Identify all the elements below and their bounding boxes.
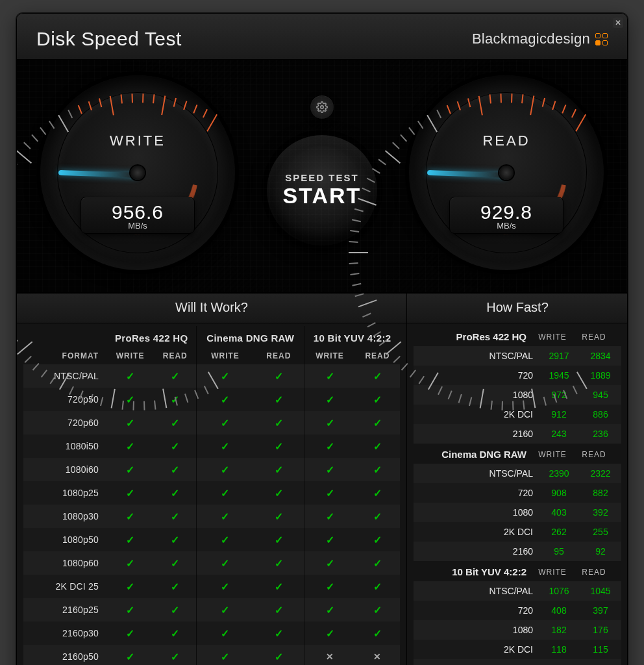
check-icon: ✓ [221, 581, 229, 592]
read-fps: 2322 [580, 464, 621, 483]
check-icon: ✓ [221, 441, 229, 452]
read-gauge: READ 929.8 MB/s [405, 71, 608, 274]
check-icon: ✓ [373, 605, 382, 616]
check-icon: ✓ [326, 441, 334, 452]
read-fps: 236 [580, 424, 621, 444]
start-label-line2: START [283, 183, 362, 208]
read-value: 929.8 [456, 201, 556, 223]
write-fps: 182 [538, 620, 580, 640]
check-icon: ✓ [373, 441, 382, 452]
resolution-cell: 2K DCI [414, 405, 538, 424]
check-icon: ✓ [326, 371, 334, 382]
how-fast-row: NTSC/PAL29172834 [414, 346, 621, 366]
format-cell: 720p50 [23, 388, 106, 411]
check-icon: ✓ [326, 488, 334, 499]
will-it-work-panel: Will It Work? ProRes 422 HQ Cinema DNG R… [17, 294, 406, 665]
check-icon: ✓ [275, 464, 283, 475]
check-icon: ✓ [126, 488, 134, 499]
check-icon: ✓ [126, 418, 134, 429]
table-row: 2K DCI 25✓✓✓✓✓✓ [23, 575, 400, 598]
check-icon: ✓ [221, 605, 229, 616]
page-title: Disk Speed Test [36, 28, 182, 50]
check-icon: ✓ [373, 371, 382, 382]
resolution-cell: 2K DCI [414, 640, 538, 659]
table-row: 2160p30✓✓✓✓✓✓ [23, 621, 400, 645]
check-icon: ✓ [126, 651, 134, 662]
check-icon: ✓ [326, 418, 334, 429]
how-fast-panel: How Fast? ProRes 422 HQWRITEREADNTSC/PAL… [406, 294, 628, 665]
resolution-cell: 1080 [414, 385, 538, 405]
check-icon: ✓ [221, 511, 229, 522]
write-fps: 43 [538, 659, 580, 665]
table-row: 1080p25✓✓✓✓✓✓ [23, 481, 400, 505]
read-fps: 1889 [580, 366, 621, 385]
how-fast-section-header: ProRes 422 HQWRITEREAD [414, 326, 621, 346]
check-icon: ✓ [126, 558, 134, 569]
start-button[interactable]: SPEED TEST START [262, 130, 382, 251]
check-icon: ✓ [275, 651, 283, 662]
how-fast-row: NTSC/PAL10761045 [414, 581, 621, 601]
write-fps: 243 [538, 424, 580, 444]
codec-header: Cinema DNG RAW [197, 326, 304, 347]
check-icon: ✓ [326, 464, 334, 475]
check-icon: ✓ [275, 558, 283, 569]
check-icon: ✓ [171, 581, 179, 592]
check-icon: ✓ [221, 371, 229, 382]
check-icon: ✓ [373, 418, 382, 429]
check-icon: ✓ [171, 441, 179, 452]
check-icon: ✓ [326, 628, 334, 639]
write-fps: 1076 [538, 581, 580, 601]
center-controls: SPEED TEST START [262, 95, 382, 251]
format-header: FORMAT [23, 347, 106, 364]
format-cell: 1080p30 [23, 505, 106, 528]
write-fps: 262 [538, 522, 580, 542]
table-row: 2160p50✓✓✓✓✕✕ [23, 645, 400, 665]
how-fast-row: 1080972945 [414, 385, 621, 405]
check-icon: ✓ [126, 534, 134, 546]
how-fast-row: 21609592 [414, 542, 621, 561]
check-icon: ✓ [221, 651, 229, 662]
how-fast-row: 1080403392 [414, 503, 621, 522]
settings-button[interactable] [310, 95, 334, 119]
check-icon: ✓ [126, 371, 134, 382]
how-fast-row: 2K DCI912886 [414, 405, 621, 424]
header: Disk Speed Test Blackmagicdesign [17, 14, 627, 60]
read-readout: 929.8 MB/s [449, 197, 564, 234]
check-icon: ✓ [171, 628, 179, 639]
check-icon: ✓ [326, 394, 334, 405]
table-row: 1080p50✓✓✓✓✓✓ [23, 528, 400, 551]
check-icon: ✓ [326, 534, 334, 546]
close-icon[interactable]: ✕ [613, 18, 623, 28]
check-icon: ✓ [126, 605, 134, 616]
resolution-cell: NTSC/PAL [414, 464, 538, 483]
check-icon: ✓ [171, 464, 179, 475]
format-cell: 1080i60 [23, 458, 106, 481]
how-fast-section-header: 10 Bit YUV 4:2:2WRITEREAD [414, 561, 621, 581]
check-icon: ✓ [275, 488, 283, 499]
how-fast-row: 720908882 [414, 483, 621, 503]
read-fps: 882 [580, 483, 621, 503]
table-row: 1080p60✓✓✓✓✓✓ [23, 551, 400, 575]
check-icon: ✓ [126, 581, 134, 592]
table-row: 1080p30✓✓✓✓✓✓ [23, 505, 400, 528]
table-row: 720p60✓✓✓✓✓✓ [23, 411, 400, 434]
write-fps: 408 [538, 601, 580, 620]
format-cell: 1080p60 [23, 551, 106, 575]
gear-icon [316, 101, 328, 113]
format-cell: 2160p30 [23, 621, 106, 645]
check-icon: ✓ [373, 511, 382, 522]
check-icon: ✓ [275, 511, 283, 522]
check-icon: ✓ [373, 558, 382, 569]
check-icon: ✓ [221, 418, 229, 429]
svg-point-0 [321, 106, 324, 109]
read-unit: MB/s [456, 221, 556, 231]
how-fast-row: 1080182176 [414, 620, 621, 640]
check-icon: ✓ [126, 628, 134, 639]
brand-logo-icon [595, 33, 608, 45]
codec-label: ProRes 422 HQ [414, 331, 532, 342]
how-fast-row: 21604341 [414, 659, 621, 665]
app-window: ✕ Disk Speed Test Blackmagicdesign WRITE… [16, 13, 628, 665]
check-icon: ✓ [126, 464, 134, 475]
resolution-cell: NTSC/PAL [414, 581, 538, 601]
check-icon: ✓ [326, 605, 334, 616]
